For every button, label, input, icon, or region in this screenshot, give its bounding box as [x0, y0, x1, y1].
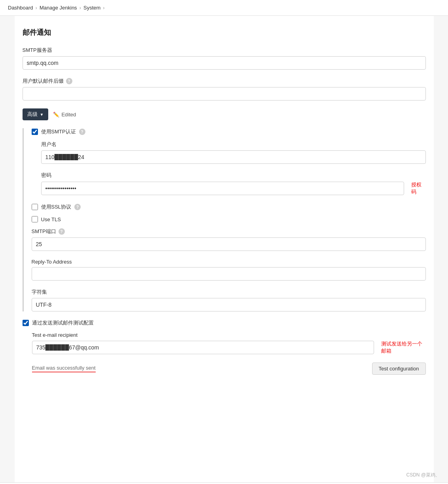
reply-to-group: Reply-To Address — [32, 259, 426, 281]
ssl-help-icon[interactable]: ? — [74, 204, 81, 210]
smtp-port-help-icon[interactable]: ? — [59, 228, 65, 235]
username-label: 用户名 — [41, 141, 426, 148]
pencil-icon: ✏️ — [53, 112, 59, 118]
smtp-server-input[interactable] — [23, 56, 426, 70]
default-suffix-input[interactable] — [23, 87, 426, 101]
edited-text: Edited — [61, 112, 76, 118]
advanced-section: 使用SMTP认证 ? 用户名 密码 授权码 使用SSL协议 ? — [23, 128, 426, 311]
smtp-port-input[interactable] — [32, 237, 426, 251]
footer-bar: 保存 应用 — [0, 482, 448, 484]
charset-group: 字符集 — [32, 289, 426, 311]
breadcrumb-manage-jenkins[interactable]: Manage Jenkins — [40, 5, 77, 11]
use-ssl-label: 使用SSL协议 — [41, 203, 72, 211]
use-tls-label: Use TLS — [41, 216, 61, 222]
test-config-row: 通过发送测试邮件测试配置 — [23, 319, 426, 326]
section-title: 邮件通知 — [23, 28, 426, 37]
test-recipient-group: Test e-mail recipient 测试发送给另一个邮箱 — [32, 332, 426, 355]
chevron-down-icon: ▼ — [40, 112, 44, 117]
smtp-auth-help-icon[interactable]: ? — [79, 129, 85, 135]
username-input[interactable] — [41, 150, 426, 164]
use-smtp-auth-row: 使用SMTP认证 ? — [32, 128, 426, 135]
password-group: 密码 授权码 — [41, 172, 426, 195]
use-smtp-auth-label: 使用SMTP认证 — [41, 128, 76, 135]
smtp-server-group: SMTP服务器 — [23, 47, 426, 70]
charset-label: 字符集 — [32, 289, 426, 296]
test-config-label: 通过发送测试邮件测试配置 — [32, 319, 94, 326]
success-message: Email was successfully sent — [32, 365, 96, 372]
test-recipient-input[interactable] — [32, 341, 374, 354]
charset-input[interactable] — [32, 298, 426, 311]
test-recipient-hint: 测试发送给另一个邮箱 — [381, 340, 426, 355]
test-configuration-button[interactable]: Test configuration — [372, 363, 426, 375]
advanced-button[interactable]: 高级 ▼ — [23, 108, 49, 120]
test-config-checkbox[interactable] — [23, 320, 29, 326]
advanced-btn-label: 高级 — [27, 111, 38, 118]
username-group: 用户名 — [41, 141, 426, 164]
default-suffix-label: 用户默认邮件后缀 ? — [23, 78, 426, 85]
breadcrumb-sep-1: › — [36, 5, 37, 11]
breadcrumb-dashboard[interactable]: Dashboard — [8, 5, 33, 11]
password-input[interactable] — [41, 182, 404, 195]
main-content: 邮件通知 SMTP服务器 用户默认邮件后缀 ? 高级 ▼ ✏️ Edited 使… — [15, 16, 434, 482]
breadcrumb: Dashboard › Manage Jenkins › System › — [0, 0, 448, 16]
edited-label-container: ✏️ Edited — [53, 112, 76, 118]
use-smtp-auth-checkbox[interactable] — [32, 129, 38, 135]
test-recipient-label: Test e-mail recipient — [32, 332, 426, 338]
use-tls-checkbox[interactable] — [32, 216, 38, 222]
smtp-port-group: SMTP端口 ? — [32, 228, 426, 251]
breadcrumb-sep-2: › — [79, 5, 81, 11]
success-row: Email was successfully sent Test configu… — [32, 363, 426, 375]
advanced-bar: 高级 ▼ ✏️ Edited — [23, 108, 426, 120]
default-suffix-help-icon[interactable]: ? — [66, 78, 72, 84]
use-tls-row: Use TLS — [32, 216, 426, 222]
reply-to-input[interactable] — [32, 267, 426, 281]
reply-to-label: Reply-To Address — [32, 259, 426, 265]
watermark: CSDN @菜鸡、 — [406, 472, 440, 478]
use-ssl-checkbox[interactable] — [32, 204, 38, 210]
smtp-port-label: SMTP端口 ? — [32, 228, 426, 235]
password-hint: 授权码 — [411, 181, 426, 195]
use-ssl-row: 使用SSL协议 ? — [32, 203, 426, 211]
breadcrumb-sep-3: › — [103, 5, 104, 11]
smtp-server-label: SMTP服务器 — [23, 47, 426, 54]
password-label: 密码 — [41, 172, 426, 179]
breadcrumb-system[interactable]: System — [83, 5, 100, 11]
default-suffix-group: 用户默认邮件后缀 ? — [23, 78, 426, 101]
